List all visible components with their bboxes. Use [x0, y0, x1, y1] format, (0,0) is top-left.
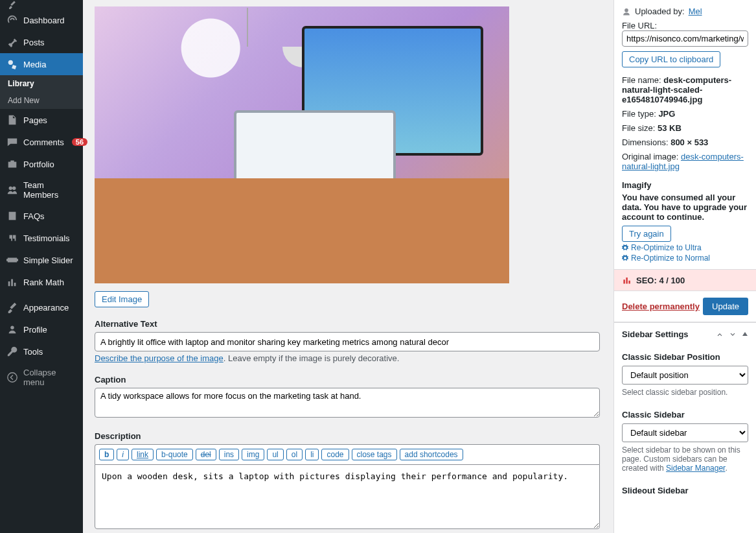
qtag-del[interactable]: del: [196, 449, 216, 460]
classic-sidebar-help: Select sidebar to be shown on this page.…: [622, 445, 748, 473]
sidebar-item-portfolio[interactable]: Portfolio: [0, 153, 83, 175]
svg-point-0: [8, 60, 13, 65]
delete-permanently-link[interactable]: Delete permanently: [622, 302, 700, 311]
sidebar-item-profile[interactable]: Profile: [0, 318, 83, 340]
sidebar-settings-title: Sidebar Settings: [622, 329, 689, 339]
svg-point-4: [8, 373, 17, 382]
qtag-li[interactable]: li: [305, 449, 319, 460]
qtag-code[interactable]: code: [321, 449, 349, 460]
sidebar-item-posts[interactable]: Posts: [0, 31, 83, 53]
caption-label: Caption: [95, 375, 602, 385]
file-type-value: JPG: [658, 109, 675, 119]
sidebar-item-label: Pages: [23, 115, 47, 125]
submenu-addnew[interactable]: Add New: [0, 92, 83, 109]
tools-icon: [6, 346, 18, 357]
qtag-bquote[interactable]: b-quote: [156, 449, 193, 460]
qtag-ul[interactable]: ul: [267, 449, 283, 460]
classic-sidebar-select[interactable]: Default sidebar: [622, 423, 748, 442]
chevron-up-icon[interactable]: [716, 331, 724, 338]
collapse-label: Collapse menu: [23, 368, 76, 387]
sidebar-item-blank[interactable]: [0, 0, 83, 9]
qtag-close[interactable]: close tags: [352, 449, 397, 460]
caret-up-icon[interactable]: [742, 331, 748, 338]
qtag-ins[interactable]: ins: [219, 449, 239, 460]
faqs-icon: [6, 210, 18, 222]
seo-score-bar[interactable]: SEO: 4 / 100: [614, 269, 756, 291]
reoptimize-ultra[interactable]: Re-Optimize to Ultra: [622, 243, 748, 252]
reoptimize-normal[interactable]: Re-Optimize to Normal: [622, 254, 748, 263]
try-again-button[interactable]: Try again: [622, 226, 671, 242]
sidebar-item-tools[interactable]: Tools: [0, 340, 83, 362]
dashboard-icon: [6, 14, 18, 26]
svg-point-1: [9, 187, 12, 190]
file-url-input[interactable]: [622, 30, 748, 47]
sidebar-collapse[interactable]: Collapse menu: [0, 362, 83, 392]
media-icon: [6, 58, 18, 70]
profile-icon: [6, 324, 18, 335]
classic-position-label: Classic Sidebar Position: [622, 352, 748, 362]
sidebar-item-appearance[interactable]: Appearance: [0, 296, 83, 318]
user-icon: [622, 7, 631, 16]
alt-text-input[interactable]: [95, 332, 600, 351]
sidebar-settings-header[interactable]: Sidebar Settings: [614, 322, 756, 346]
seo-icon: [622, 275, 632, 285]
sidebar-item-media[interactable]: Media: [0, 53, 83, 75]
gear-icon: [622, 244, 628, 251]
dimensions-value: 800 × 533: [670, 137, 708, 147]
classic-sidebar-label: Classic Sidebar: [622, 410, 748, 420]
qtag-img[interactable]: img: [242, 449, 264, 460]
sidebar-manager-link[interactable]: Sidebar Manager: [666, 464, 725, 473]
quicktags-toolbar: b i link b-quote del ins img ul ol li co…: [95, 444, 600, 464]
gear-icon: [622, 255, 628, 261]
portfolio-icon: [6, 158, 18, 170]
sidebar-item-comments[interactable]: Comments 56: [0, 131, 83, 153]
sidebar-item-label: FAQs: [23, 211, 45, 221]
sidebar-item-team[interactable]: Team Members: [0, 175, 83, 205]
admin-sidebar: Dashboard Posts Media Library Add New Pa…: [0, 0, 83, 533]
file-size-value: 53 KB: [658, 123, 682, 133]
qtag-shortcodes[interactable]: add shortcodes: [400, 449, 463, 460]
uploaded-by-link[interactable]: Mel: [689, 6, 702, 16]
dimensions-label: Dimensions:: [622, 137, 669, 147]
qtag-b[interactable]: b: [99, 449, 114, 460]
sidebar-item-rankmath[interactable]: Rank Math: [0, 271, 83, 293]
sidebar-item-label: Posts: [23, 38, 45, 47]
image-preview: [95, 6, 509, 283]
svg-point-3: [10, 326, 14, 329]
rankmath-icon: [6, 276, 18, 288]
classic-position-help: Select classic sidebar position.: [622, 388, 748, 397]
file-name-label: File name:: [622, 75, 661, 85]
submenu-library[interactable]: Library: [0, 75, 83, 92]
description-input[interactable]: Upon a wooden desk, sits a laptop with p…: [95, 464, 600, 529]
comments-icon: [6, 136, 18, 148]
imagify-title: Imagify: [622, 180, 748, 190]
right-sidebar: Uploaded by: Mel File URL: Copy URL to c…: [613, 0, 756, 533]
classic-position-select[interactable]: Default position: [622, 366, 748, 385]
alt-help-link[interactable]: Describe the purpose of the image: [95, 353, 223, 363]
file-url-label: File URL:: [622, 21, 748, 30]
sidebar-item-label: Testimonials: [23, 233, 70, 243]
sidebar-item-dashboard[interactable]: Dashboard: [0, 9, 83, 31]
sidebar-item-label: Comments: [23, 137, 64, 147]
caption-input[interactable]: A tidy workspace allows for more focus o…: [95, 388, 600, 418]
appearance-icon: [6, 302, 18, 313]
sidebar-item-pages[interactable]: Pages: [0, 109, 83, 131]
edit-image-button[interactable]: Edit Image: [95, 291, 149, 307]
chevron-down-icon[interactable]: [729, 331, 737, 338]
qtag-link[interactable]: link: [132, 449, 154, 460]
sidebar-item-slider[interactable]: Simple Slider: [0, 249, 83, 271]
pin-icon: [6, 36, 18, 48]
sidebar-item-label: Portfolio: [23, 160, 54, 169]
sidebar-item-faqs[interactable]: FAQs: [0, 205, 83, 227]
file-type-label: File type:: [622, 109, 656, 119]
imagify-message: You have consumed all your data. You hav…: [622, 193, 748, 222]
sidebar-item-label: Tools: [23, 347, 43, 357]
update-button[interactable]: Update: [703, 298, 748, 315]
sidebar-item-label: Rank Math: [23, 278, 64, 287]
description-label: Description: [95, 431, 602, 441]
qtag-ol[interactable]: ol: [286, 449, 303, 460]
qtag-i[interactable]: i: [117, 449, 129, 460]
sidebar-item-testimonials[interactable]: Testimonials: [0, 227, 83, 249]
copy-url-button[interactable]: Copy URL to clipboard: [622, 51, 720, 67]
slideout-sidebar-label: Slideout Sidebar: [622, 486, 748, 495]
